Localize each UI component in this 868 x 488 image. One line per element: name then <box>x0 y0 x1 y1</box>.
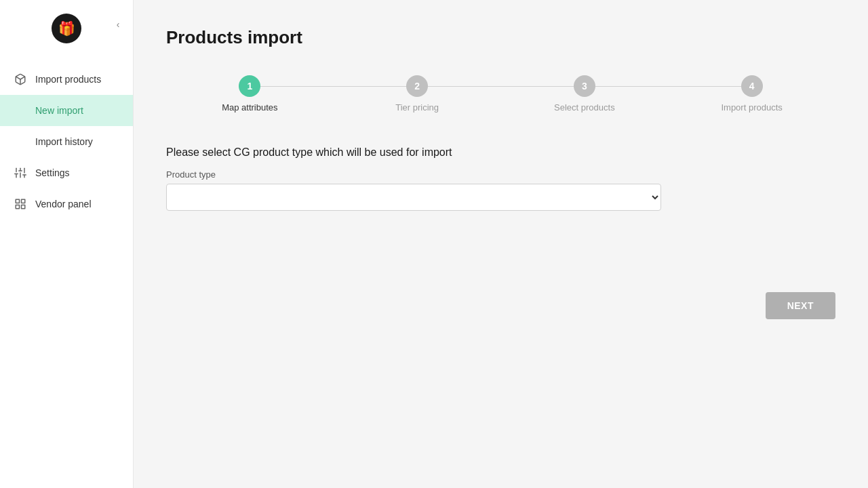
step-label-4: Import products <box>721 102 782 113</box>
sidebar-item-new-import[interactable]: New import <box>0 95 133 126</box>
logo-circle: 🎁 <box>52 14 81 43</box>
logo-icon: 🎁 <box>58 20 75 37</box>
step-select-products: 3 Select products <box>501 75 669 113</box>
sidebar-item-import-history[interactable]: Import history <box>0 126 133 157</box>
sliders-icon <box>14 166 27 180</box>
step-import-products: 4 Import products <box>668 75 835 113</box>
sidebar-item-label: Import products <box>35 74 101 85</box>
sidebar-item-import-products[interactable]: Import products <box>0 64 133 95</box>
sidebar-item-label: Settings <box>35 167 70 178</box>
svg-rect-12 <box>22 205 25 209</box>
page-title: Products import <box>166 27 835 48</box>
sidebar-item-label: Vendor panel <box>35 199 92 209</box>
step-circle-1: 1 <box>239 75 260 97</box>
step-circle-2: 2 <box>406 75 428 97</box>
sidebar-collapse-button[interactable]: ‹ <box>110 16 126 33</box>
new-import-icon <box>14 104 27 117</box>
chevron-left-icon: ‹ <box>117 19 120 30</box>
svg-rect-10 <box>16 199 19 203</box>
sidebar-navigation: Import products New import Import histor… <box>0 64 133 220</box>
stepper: 1 Map attributes 2 Tier pricing 3 Select… <box>166 75 835 113</box>
sidebar-item-settings[interactable]: Settings <box>0 157 133 188</box>
grid-icon <box>14 197 27 211</box>
sidebar-item-label: Import history <box>35 136 93 147</box>
box-icon <box>14 73 27 86</box>
svg-rect-11 <box>22 199 25 203</box>
product-type-label: Product type <box>166 169 835 180</box>
form-footer: NEXT <box>166 292 835 319</box>
sidebar: 🎁 ‹ Import products New import Import <box>0 0 134 488</box>
form-question: Please select CG product type which will… <box>166 146 835 159</box>
step-map-attributes: 1 Map attributes <box>166 75 334 113</box>
step-tier-pricing: 2 Tier pricing <box>334 75 501 113</box>
step-label-1: Map attributes <box>222 102 277 113</box>
step-label-2: Tier pricing <box>395 102 439 113</box>
step-circle-3: 3 <box>574 75 595 97</box>
next-button[interactable]: NEXT <box>766 292 835 319</box>
step-circle-4: 4 <box>741 75 763 97</box>
sidebar-item-vendor-panel[interactable]: Vendor panel <box>0 188 133 220</box>
main-content: Products import 1 Map attributes 2 Tier … <box>134 0 868 488</box>
import-history-icon <box>14 135 27 148</box>
sidebar-item-label: New import <box>35 105 83 116</box>
step-label-3: Select products <box>554 102 615 113</box>
product-type-select[interactable] <box>166 184 661 211</box>
svg-rect-13 <box>16 205 19 209</box>
form-section: Please select CG product type which will… <box>166 146 835 211</box>
